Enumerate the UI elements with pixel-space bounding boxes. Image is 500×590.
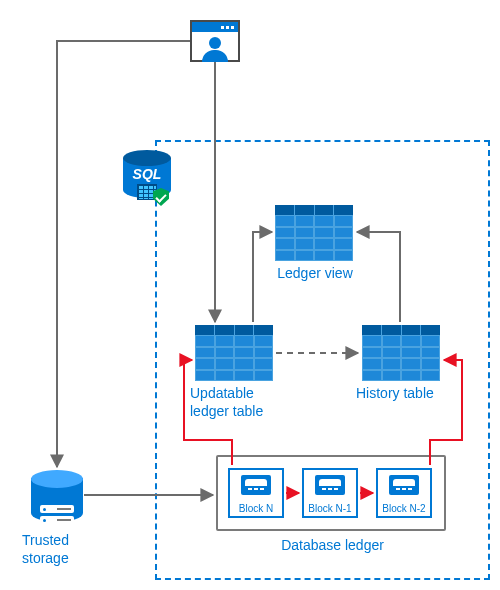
database-ledger-label: Database ledger: [270, 537, 395, 555]
shield-icon: [153, 188, 169, 206]
block-icon: [315, 475, 345, 495]
ledger-view-table-icon: [275, 205, 353, 261]
block-label: Block N-2: [378, 503, 430, 514]
updatable-ledger-table-label: Updatable ledger table: [190, 385, 280, 420]
diagram-stage: SQL Trusted storage Ledger view: [0, 0, 500, 590]
ledger-view-label: Ledger view: [265, 265, 365, 283]
updatable-ledger-table-icon: [195, 325, 273, 381]
block-n-1: Block N-1: [302, 468, 358, 518]
block-icon: [389, 475, 419, 495]
sql-database-icon: SQL: [123, 150, 171, 206]
block-n-2: Block N-2: [376, 468, 432, 518]
trusted-storage-label: Trusted storage: [22, 532, 97, 567]
history-table-label: History table: [356, 385, 451, 403]
block-label: Block N-1: [304, 503, 356, 514]
sql-label: SQL: [123, 166, 171, 182]
block-n: Block N: [228, 468, 284, 518]
block-label: Block N: [230, 503, 282, 514]
block-icon: [241, 475, 271, 495]
trusted-storage-icon: [31, 470, 83, 530]
history-table-icon: [362, 325, 440, 381]
user-application-icon: [190, 20, 240, 62]
